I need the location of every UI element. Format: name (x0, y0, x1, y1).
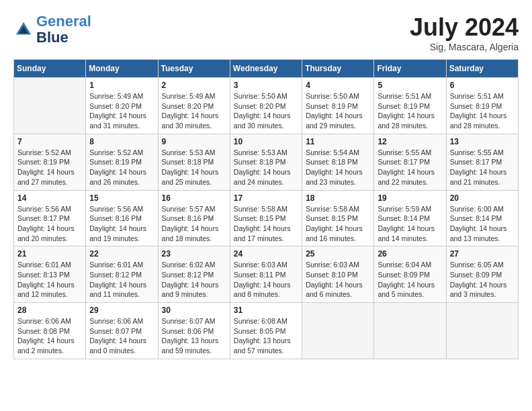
day-info: Sunrise: 5:53 AM Sunset: 8:18 PM Dayligh… (234, 148, 298, 187)
day-info: Sunrise: 6:02 AM Sunset: 8:12 PM Dayligh… (162, 260, 226, 300)
day-number: 22 (89, 249, 154, 259)
calendar-cell: 23Sunrise: 6:02 AM Sunset: 8:12 PM Dayli… (158, 246, 230, 303)
day-info: Sunrise: 5:53 AM Sunset: 8:18 PM Dayligh… (162, 148, 226, 187)
day-number: 26 (378, 249, 442, 259)
calendar-week-row: 14Sunrise: 5:56 AM Sunset: 8:17 PM Dayli… (14, 190, 519, 246)
calendar-cell: 25Sunrise: 6:03 AM Sunset: 8:10 PM Dayli… (302, 246, 374, 303)
day-number: 4 (306, 81, 370, 90)
day-info: Sunrise: 5:52 AM Sunset: 8:19 PM Dayligh… (89, 148, 154, 187)
calendar-cell: 11Sunrise: 5:54 AM Sunset: 8:18 PM Dayli… (302, 134, 374, 190)
logo-text: General Blue (36, 13, 91, 46)
day-number: 27 (450, 249, 515, 259)
day-info: Sunrise: 6:06 AM Sunset: 8:08 PM Dayligh… (17, 316, 82, 356)
day-info: Sunrise: 5:50 AM Sunset: 8:20 PM Dayligh… (234, 91, 298, 131)
day-info: Sunrise: 6:03 AM Sunset: 8:11 PM Dayligh… (234, 260, 298, 300)
day-header: Friday (374, 60, 446, 78)
day-number: 2 (162, 81, 226, 90)
day-info: Sunrise: 5:59 AM Sunset: 8:14 PM Dayligh… (378, 204, 442, 244)
day-header: Monday (86, 60, 158, 78)
calendar-cell: 29Sunrise: 6:06 AM Sunset: 8:07 PM Dayli… (86, 303, 158, 359)
day-number: 7 (17, 137, 82, 146)
day-number: 12 (378, 137, 442, 146)
day-number: 11 (306, 137, 370, 146)
day-number: 6 (450, 81, 515, 90)
calendar-week-row: 1Sunrise: 5:49 AM Sunset: 8:20 PM Daylig… (14, 78, 519, 134)
calendar-cell (302, 303, 374, 359)
calendar-cell (374, 303, 446, 359)
day-info: Sunrise: 6:03 AM Sunset: 8:10 PM Dayligh… (306, 260, 370, 300)
day-number: 13 (450, 137, 515, 146)
page-header: General Blue July 2024 Sig, Mascara, Alg… (13, 13, 519, 52)
day-number: 15 (89, 193, 154, 203)
day-info: Sunrise: 5:50 AM Sunset: 8:19 PM Dayligh… (306, 91, 370, 131)
day-number: 23 (162, 249, 226, 259)
calendar-cell: 9Sunrise: 5:53 AM Sunset: 8:18 PM Daylig… (158, 134, 230, 190)
calendar-cell: 7Sunrise: 5:52 AM Sunset: 8:19 PM Daylig… (14, 134, 86, 190)
calendar-table: SundayMondayTuesdayWednesdayThursdayFrid… (13, 59, 519, 359)
day-info: Sunrise: 5:56 AM Sunset: 8:17 PM Dayligh… (17, 204, 82, 244)
calendar-cell: 5Sunrise: 5:51 AM Sunset: 8:19 PM Daylig… (374, 78, 446, 134)
day-info: Sunrise: 5:52 AM Sunset: 8:19 PM Dayligh… (17, 148, 82, 187)
day-info: Sunrise: 6:01 AM Sunset: 8:12 PM Dayligh… (89, 260, 154, 300)
day-number: 21 (17, 249, 82, 259)
day-info: Sunrise: 6:01 AM Sunset: 8:13 PM Dayligh… (17, 260, 82, 300)
day-number: 29 (89, 306, 154, 315)
day-number: 8 (89, 137, 154, 146)
calendar-cell: 19Sunrise: 5:59 AM Sunset: 8:14 PM Dayli… (374, 190, 446, 246)
day-header: Wednesday (230, 60, 302, 78)
day-info: Sunrise: 5:51 AM Sunset: 8:19 PM Dayligh… (378, 91, 442, 131)
day-info: Sunrise: 5:49 AM Sunset: 8:20 PM Dayligh… (89, 91, 154, 131)
day-info: Sunrise: 6:08 AM Sunset: 8:05 PM Dayligh… (234, 316, 298, 356)
day-info: Sunrise: 5:58 AM Sunset: 8:15 PM Dayligh… (306, 204, 370, 244)
calendar-cell: 22Sunrise: 6:01 AM Sunset: 8:12 PM Dayli… (86, 246, 158, 303)
day-number: 9 (162, 137, 226, 146)
day-number: 25 (306, 249, 370, 259)
calendar-cell: 20Sunrise: 6:00 AM Sunset: 8:14 PM Dayli… (446, 190, 518, 246)
logo: General Blue (13, 13, 91, 46)
location-subtitle: Sig, Mascara, Algeria (410, 42, 519, 52)
calendar-cell (14, 78, 86, 134)
calendar-cell: 8Sunrise: 5:52 AM Sunset: 8:19 PM Daylig… (86, 134, 158, 190)
calendar-week-row: 7Sunrise: 5:52 AM Sunset: 8:19 PM Daylig… (14, 134, 519, 190)
calendar-cell: 2Sunrise: 5:49 AM Sunset: 8:20 PM Daylig… (158, 78, 230, 134)
day-number: 5 (378, 81, 442, 90)
day-info: Sunrise: 5:49 AM Sunset: 8:20 PM Dayligh… (162, 91, 226, 131)
day-info: Sunrise: 5:51 AM Sunset: 8:19 PM Dayligh… (450, 91, 515, 131)
day-number: 18 (306, 193, 370, 203)
logo-icon (13, 19, 34, 40)
calendar-cell: 21Sunrise: 6:01 AM Sunset: 8:13 PM Dayli… (14, 246, 86, 303)
calendar-cell: 17Sunrise: 5:58 AM Sunset: 8:15 PM Dayli… (230, 190, 302, 246)
day-number: 19 (378, 193, 442, 203)
calendar-cell: 3Sunrise: 5:50 AM Sunset: 8:20 PM Daylig… (230, 78, 302, 134)
calendar-cell: 13Sunrise: 5:55 AM Sunset: 8:17 PM Dayli… (446, 134, 518, 190)
day-info: Sunrise: 6:06 AM Sunset: 8:07 PM Dayligh… (89, 316, 154, 356)
day-number: 16 (162, 193, 226, 203)
calendar-cell: 14Sunrise: 5:56 AM Sunset: 8:17 PM Dayli… (14, 190, 86, 246)
calendar-cell: 1Sunrise: 5:49 AM Sunset: 8:20 PM Daylig… (86, 78, 158, 134)
day-number: 10 (234, 137, 298, 146)
day-header: Thursday (302, 60, 374, 78)
day-number: 3 (234, 81, 298, 90)
day-number: 28 (17, 306, 82, 315)
day-info: Sunrise: 5:55 AM Sunset: 8:17 PM Dayligh… (450, 148, 515, 187)
day-info: Sunrise: 5:55 AM Sunset: 8:17 PM Dayligh… (378, 148, 442, 187)
month-title: July 2024 (410, 13, 519, 42)
day-header: Saturday (446, 60, 518, 78)
calendar-cell: 30Sunrise: 6:07 AM Sunset: 8:06 PM Dayli… (158, 303, 230, 359)
day-number: 1 (89, 81, 154, 90)
day-header: Sunday (14, 60, 86, 78)
calendar-cell: 6Sunrise: 5:51 AM Sunset: 8:19 PM Daylig… (446, 78, 518, 134)
calendar-cell: 27Sunrise: 6:05 AM Sunset: 8:09 PM Dayli… (446, 246, 518, 303)
day-number: 20 (450, 193, 515, 203)
day-info: Sunrise: 5:58 AM Sunset: 8:15 PM Dayligh… (234, 204, 298, 244)
calendar-cell (446, 303, 518, 359)
day-info: Sunrise: 5:54 AM Sunset: 8:18 PM Dayligh… (306, 148, 370, 187)
calendar-cell: 24Sunrise: 6:03 AM Sunset: 8:11 PM Dayli… (230, 246, 302, 303)
calendar-header-row: SundayMondayTuesdayWednesdayThursdayFrid… (14, 60, 519, 78)
day-info: Sunrise: 6:05 AM Sunset: 8:09 PM Dayligh… (450, 260, 515, 300)
day-info: Sunrise: 6:07 AM Sunset: 8:06 PM Dayligh… (162, 316, 226, 356)
calendar-cell: 18Sunrise: 5:58 AM Sunset: 8:15 PM Dayli… (302, 190, 374, 246)
day-number: 14 (17, 193, 82, 203)
day-number: 24 (234, 249, 298, 259)
calendar-cell: 4Sunrise: 5:50 AM Sunset: 8:19 PM Daylig… (302, 78, 374, 134)
